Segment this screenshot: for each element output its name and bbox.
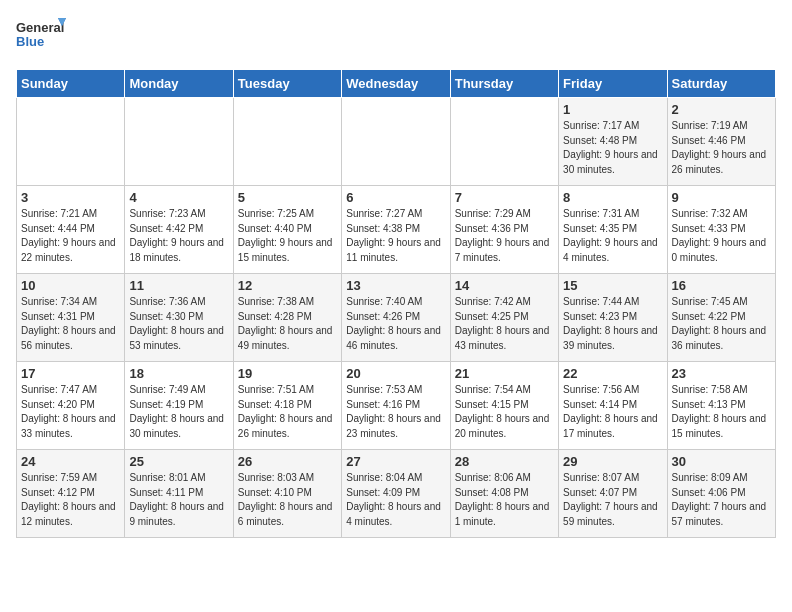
day-info: Sunrise: 7:49 AM Sunset: 4:19 PM Dayligh…	[129, 383, 228, 441]
day-number: 4	[129, 190, 228, 205]
day-info: Sunrise: 7:45 AM Sunset: 4:22 PM Dayligh…	[672, 295, 771, 353]
day-info: Sunrise: 7:23 AM Sunset: 4:42 PM Dayligh…	[129, 207, 228, 265]
day-cell: 6Sunrise: 7:27 AM Sunset: 4:38 PM Daylig…	[342, 186, 450, 274]
day-number: 18	[129, 366, 228, 381]
day-cell: 18Sunrise: 7:49 AM Sunset: 4:19 PM Dayli…	[125, 362, 233, 450]
day-cell: 21Sunrise: 7:54 AM Sunset: 4:15 PM Dayli…	[450, 362, 558, 450]
day-info: Sunrise: 7:27 AM Sunset: 4:38 PM Dayligh…	[346, 207, 445, 265]
calendar-header: SundayMondayTuesdayWednesdayThursdayFrid…	[17, 70, 776, 98]
day-number: 20	[346, 366, 445, 381]
day-cell: 17Sunrise: 7:47 AM Sunset: 4:20 PM Dayli…	[17, 362, 125, 450]
day-info: Sunrise: 7:32 AM Sunset: 4:33 PM Dayligh…	[672, 207, 771, 265]
day-cell: 22Sunrise: 7:56 AM Sunset: 4:14 PM Dayli…	[559, 362, 667, 450]
day-info: Sunrise: 8:09 AM Sunset: 4:06 PM Dayligh…	[672, 471, 771, 529]
day-info: Sunrise: 7:42 AM Sunset: 4:25 PM Dayligh…	[455, 295, 554, 353]
day-info: Sunrise: 7:44 AM Sunset: 4:23 PM Dayligh…	[563, 295, 662, 353]
day-cell: 23Sunrise: 7:58 AM Sunset: 4:13 PM Dayli…	[667, 362, 775, 450]
day-cell: 24Sunrise: 7:59 AM Sunset: 4:12 PM Dayli…	[17, 450, 125, 538]
day-info: Sunrise: 7:53 AM Sunset: 4:16 PM Dayligh…	[346, 383, 445, 441]
day-cell: 28Sunrise: 8:06 AM Sunset: 4:08 PM Dayli…	[450, 450, 558, 538]
day-number: 13	[346, 278, 445, 293]
day-number: 12	[238, 278, 337, 293]
day-number: 14	[455, 278, 554, 293]
header-row: SundayMondayTuesdayWednesdayThursdayFrid…	[17, 70, 776, 98]
day-number: 1	[563, 102, 662, 117]
day-cell: 7Sunrise: 7:29 AM Sunset: 4:36 PM Daylig…	[450, 186, 558, 274]
day-info: Sunrise: 7:36 AM Sunset: 4:30 PM Dayligh…	[129, 295, 228, 353]
day-number: 28	[455, 454, 554, 469]
day-number: 24	[21, 454, 120, 469]
day-info: Sunrise: 7:40 AM Sunset: 4:26 PM Dayligh…	[346, 295, 445, 353]
day-info: Sunrise: 7:59 AM Sunset: 4:12 PM Dayligh…	[21, 471, 120, 529]
day-info: Sunrise: 7:21 AM Sunset: 4:44 PM Dayligh…	[21, 207, 120, 265]
day-header-thursday: Thursday	[450, 70, 558, 98]
day-info: Sunrise: 8:06 AM Sunset: 4:08 PM Dayligh…	[455, 471, 554, 529]
day-info: Sunrise: 7:54 AM Sunset: 4:15 PM Dayligh…	[455, 383, 554, 441]
day-cell	[342, 98, 450, 186]
day-cell: 8Sunrise: 7:31 AM Sunset: 4:35 PM Daylig…	[559, 186, 667, 274]
day-cell: 1Sunrise: 7:17 AM Sunset: 4:48 PM Daylig…	[559, 98, 667, 186]
day-info: Sunrise: 8:07 AM Sunset: 4:07 PM Dayligh…	[563, 471, 662, 529]
day-number: 21	[455, 366, 554, 381]
day-number: 30	[672, 454, 771, 469]
week-row-2: 10Sunrise: 7:34 AM Sunset: 4:31 PM Dayli…	[17, 274, 776, 362]
day-info: Sunrise: 8:03 AM Sunset: 4:10 PM Dayligh…	[238, 471, 337, 529]
day-header-wednesday: Wednesday	[342, 70, 450, 98]
day-number: 7	[455, 190, 554, 205]
day-number: 10	[21, 278, 120, 293]
day-cell: 4Sunrise: 7:23 AM Sunset: 4:42 PM Daylig…	[125, 186, 233, 274]
day-cell	[125, 98, 233, 186]
week-row-1: 3Sunrise: 7:21 AM Sunset: 4:44 PM Daylig…	[17, 186, 776, 274]
day-header-tuesday: Tuesday	[233, 70, 341, 98]
day-cell: 14Sunrise: 7:42 AM Sunset: 4:25 PM Dayli…	[450, 274, 558, 362]
day-cell	[450, 98, 558, 186]
day-cell: 26Sunrise: 8:03 AM Sunset: 4:10 PM Dayli…	[233, 450, 341, 538]
day-cell	[17, 98, 125, 186]
day-cell: 16Sunrise: 7:45 AM Sunset: 4:22 PM Dayli…	[667, 274, 775, 362]
day-cell: 9Sunrise: 7:32 AM Sunset: 4:33 PM Daylig…	[667, 186, 775, 274]
day-info: Sunrise: 7:25 AM Sunset: 4:40 PM Dayligh…	[238, 207, 337, 265]
day-number: 11	[129, 278, 228, 293]
day-cell: 30Sunrise: 8:09 AM Sunset: 4:06 PM Dayli…	[667, 450, 775, 538]
day-header-friday: Friday	[559, 70, 667, 98]
day-info: Sunrise: 8:01 AM Sunset: 4:11 PM Dayligh…	[129, 471, 228, 529]
day-number: 27	[346, 454, 445, 469]
day-info: Sunrise: 7:47 AM Sunset: 4:20 PM Dayligh…	[21, 383, 120, 441]
day-cell: 19Sunrise: 7:51 AM Sunset: 4:18 PM Dayli…	[233, 362, 341, 450]
day-info: Sunrise: 7:34 AM Sunset: 4:31 PM Dayligh…	[21, 295, 120, 353]
day-number: 23	[672, 366, 771, 381]
day-cell: 15Sunrise: 7:44 AM Sunset: 4:23 PM Dayli…	[559, 274, 667, 362]
day-number: 16	[672, 278, 771, 293]
day-number: 3	[21, 190, 120, 205]
day-number: 8	[563, 190, 662, 205]
day-header-saturday: Saturday	[667, 70, 775, 98]
calendar-body: 1Sunrise: 7:17 AM Sunset: 4:48 PM Daylig…	[17, 98, 776, 538]
day-cell: 5Sunrise: 7:25 AM Sunset: 4:40 PM Daylig…	[233, 186, 341, 274]
day-number: 5	[238, 190, 337, 205]
day-number: 26	[238, 454, 337, 469]
day-number: 2	[672, 102, 771, 117]
day-cell: 12Sunrise: 7:38 AM Sunset: 4:28 PM Dayli…	[233, 274, 341, 362]
day-number: 17	[21, 366, 120, 381]
week-row-3: 17Sunrise: 7:47 AM Sunset: 4:20 PM Dayli…	[17, 362, 776, 450]
day-number: 9	[672, 190, 771, 205]
day-info: Sunrise: 8:04 AM Sunset: 4:09 PM Dayligh…	[346, 471, 445, 529]
day-info: Sunrise: 7:56 AM Sunset: 4:14 PM Dayligh…	[563, 383, 662, 441]
day-number: 25	[129, 454, 228, 469]
week-row-0: 1Sunrise: 7:17 AM Sunset: 4:48 PM Daylig…	[17, 98, 776, 186]
day-cell: 13Sunrise: 7:40 AM Sunset: 4:26 PM Dayli…	[342, 274, 450, 362]
day-number: 29	[563, 454, 662, 469]
day-number: 22	[563, 366, 662, 381]
day-cell: 2Sunrise: 7:19 AM Sunset: 4:46 PM Daylig…	[667, 98, 775, 186]
day-cell: 25Sunrise: 8:01 AM Sunset: 4:11 PM Dayli…	[125, 450, 233, 538]
svg-text:Blue: Blue	[16, 34, 44, 49]
day-info: Sunrise: 7:31 AM Sunset: 4:35 PM Dayligh…	[563, 207, 662, 265]
day-info: Sunrise: 7:51 AM Sunset: 4:18 PM Dayligh…	[238, 383, 337, 441]
day-cell	[233, 98, 341, 186]
day-cell: 20Sunrise: 7:53 AM Sunset: 4:16 PM Dayli…	[342, 362, 450, 450]
day-info: Sunrise: 7:58 AM Sunset: 4:13 PM Dayligh…	[672, 383, 771, 441]
svg-text:General: General	[16, 20, 64, 35]
day-cell: 27Sunrise: 8:04 AM Sunset: 4:09 PM Dayli…	[342, 450, 450, 538]
day-header-monday: Monday	[125, 70, 233, 98]
day-info: Sunrise: 7:17 AM Sunset: 4:48 PM Dayligh…	[563, 119, 662, 177]
